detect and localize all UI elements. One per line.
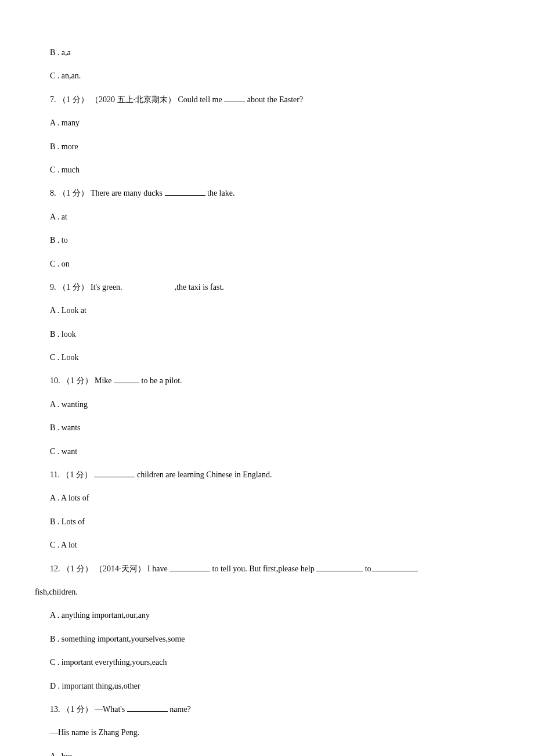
option-line: C . an,an. <box>35 70 499 82</box>
page-content: B . a,a C . an,an. 7. （1 分） （2020 五上·北京期… <box>0 0 534 756</box>
option-line: A . wanting <box>35 398 499 411</box>
stem-text: to be a pilot. <box>139 376 182 385</box>
blank <box>165 188 205 196</box>
question-stem: 12. （1 分） （2014·天河） I have to tell you. … <box>35 563 499 575</box>
question-stem: 9. （1 分） It's green.,the taxi is fast. <box>35 281 499 294</box>
stem-text: to <box>363 564 371 573</box>
question-number: 11. <box>50 470 60 479</box>
stem-text: children are learning Chinese in England… <box>135 470 272 479</box>
option-line: B . Lots of <box>35 516 499 528</box>
option-line: C . A lot <box>35 539 499 552</box>
question-number: 8. <box>50 189 56 197</box>
question-stem: 8. （1 分） There are many ducks the lake. <box>35 187 499 200</box>
question-stem: 13. （1 分） —What's name? <box>35 703 499 716</box>
option-line: A . at <box>35 211 499 224</box>
question-number: 10. <box>50 376 60 385</box>
question-points: （1 分） <box>62 705 93 714</box>
option-line: B . to <box>35 234 499 247</box>
option-line: B . wants <box>35 422 499 434</box>
option-line: A . anything important,our,any <box>35 609 499 622</box>
question-dialogue: —His name is Zhang Peng. <box>35 726 499 739</box>
option-line: A . Look at <box>35 304 499 317</box>
blank <box>114 376 139 384</box>
question-points: （1 分） <box>62 376 93 385</box>
blank <box>169 563 210 571</box>
option-line: A . her <box>35 750 499 756</box>
option-line: A . many <box>35 117 499 129</box>
question-number: 12. <box>50 564 60 573</box>
question-points: （1 分） <box>62 470 92 479</box>
blank <box>316 563 363 571</box>
stem-text: It's green. <box>91 283 122 291</box>
stem-text: There are many ducks <box>91 189 165 197</box>
blank <box>224 94 245 102</box>
question-number: 13. <box>50 705 60 714</box>
stem-text: Mike <box>95 376 114 385</box>
blank <box>94 469 135 477</box>
question-points: （1 分） <box>62 564 93 573</box>
question-points: （1 分） <box>58 95 89 104</box>
stem-text: Could tell me <box>178 95 225 104</box>
question-stem: 11. （1 分） children are learning Chinese … <box>35 469 499 481</box>
question-stem: 7. （1 分） （2020 五上·北京期末） Could tell me ab… <box>35 93 499 106</box>
stem-text: I have <box>147 564 169 573</box>
option-line: A . A lots of <box>35 492 499 505</box>
question-source: （2014·天河） <box>95 564 146 573</box>
question-stem-line2: fish,children. <box>35 586 499 599</box>
question-points: （1 分） <box>58 189 89 197</box>
stem-text: ,the taxi is fast. <box>175 283 224 291</box>
option-line: C . on <box>35 258 499 271</box>
blank <box>371 563 418 571</box>
option-line: B . something important,yourselves,some <box>35 633 499 646</box>
stem-text: to tell you. But first,please help <box>210 564 316 573</box>
option-line: D . important thing,us,other <box>35 680 499 693</box>
question-points: （1 分） <box>58 283 89 291</box>
option-line: C . much <box>35 164 499 177</box>
stem-text: —What's <box>95 705 127 714</box>
question-number: 7. <box>50 95 56 104</box>
option-line: C . want <box>35 445 499 458</box>
question-number: 9. <box>50 283 56 291</box>
blank <box>127 704 168 712</box>
stem-text: name? <box>168 705 191 714</box>
option-line: B . more <box>35 141 499 153</box>
stem-text: the lake. <box>205 189 235 197</box>
stem-text: about the Easter? <box>245 95 303 104</box>
option-line: B . look <box>35 328 499 341</box>
option-line: C . important everything,yours,each <box>35 656 499 669</box>
option-line: C . Look <box>35 351 499 364</box>
question-source: （2020 五上·北京期末） <box>91 95 176 104</box>
question-stem: 10. （1 分） Mike to be a pilot. <box>35 375 499 387</box>
option-line: B . a,a <box>35 46 499 59</box>
